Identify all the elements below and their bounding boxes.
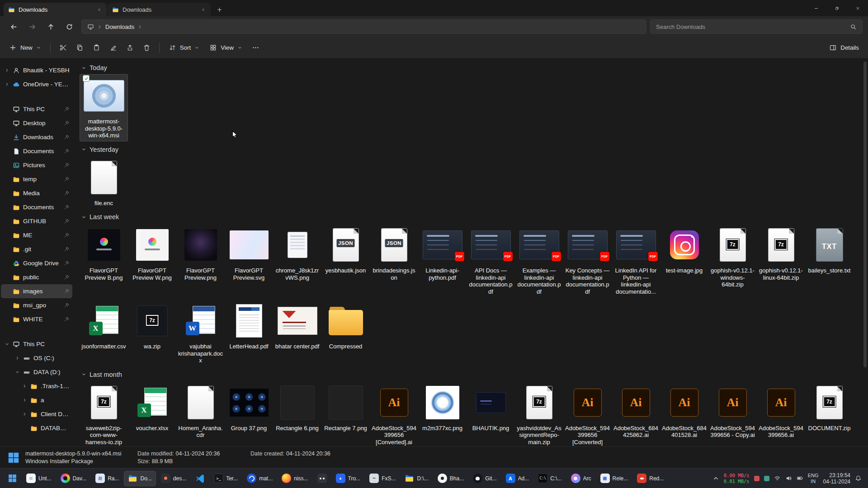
sidebar-item-git[interactable]: .git xyxy=(1,242,72,256)
taskbar-app-rele[interactable]: Rele... xyxy=(596,471,632,486)
file-tile[interactable]: Compressed xyxy=(321,299,370,352)
explorer-tab[interactable]: Downloads xyxy=(108,3,211,16)
taskbar-app-des[interactable]: des... xyxy=(157,471,190,486)
sidebar-item-database[interactable]: DATABASE xyxy=(1,421,72,435)
sidebar-item-client-data[interactable]: Client DATA xyxy=(1,407,72,421)
view-button[interactable]: View xyxy=(205,40,247,56)
sidebar-item-documents[interactable]: Documents xyxy=(1,144,72,158)
sidebar-item-data-d[interactable]: DATA (D:) xyxy=(1,365,72,379)
file-tile[interactable]: Rectangle 7.png xyxy=(321,381,370,434)
file-tile[interactable]: BHAUTIK.png xyxy=(467,381,515,434)
file-tile[interactable]: AiAdobeStock_594399656 [Converted] copy.… xyxy=(563,381,612,447)
battery-icon[interactable] xyxy=(797,475,803,482)
taskbar-app-unt[interactable]: Unt... xyxy=(22,471,56,486)
sidebar-item-google-drive[interactable]: Google Drive xyxy=(1,256,72,270)
file-tile[interactable]: test-image.jpg xyxy=(660,223,708,277)
more-options-button[interactable] xyxy=(248,40,264,56)
refresh-button[interactable] xyxy=(61,19,78,34)
language-indicator[interactable]: ENG IN xyxy=(808,473,819,484)
sidebar-item-this-pc[interactable]: This PC xyxy=(1,337,72,351)
file-tile[interactable]: Homem_Aranha.cdr xyxy=(176,381,225,441)
taskbar-app-dav[interactable]: Dav... xyxy=(57,471,90,486)
chevron-right-icon[interactable] xyxy=(5,82,9,87)
sidebar-item-trash-1000[interactable]: .Trash-1000 xyxy=(1,379,72,393)
network-speed-monitor[interactable]: 0.00 MB/s 0.01 MB/s xyxy=(724,473,750,484)
volume-icon[interactable] xyxy=(785,475,792,482)
taskbar-app-niss[interactable]: niss... xyxy=(278,471,312,486)
start-button[interactable] xyxy=(4,471,21,486)
file-tile[interactable]: 7zgophish-v0.12.1-linux-64bit.zip xyxy=(757,223,805,283)
sidebar-item-media[interactable]: Media xyxy=(1,186,72,200)
taskbar-app-d[interactable]: D:\... xyxy=(401,471,432,486)
clock[interactable]: 23:19:54 04-11-2024 xyxy=(823,472,851,485)
group-header[interactable]: Today xyxy=(80,61,860,74)
file-tile[interactable]: Wvajubhai krishanapark.docx xyxy=(176,299,225,366)
cut-button[interactable] xyxy=(55,40,71,56)
file-tile[interactable]: 7zgophish-v0.12.1-windows-64bit.zip xyxy=(708,223,757,291)
file-tile[interactable]: 7zyashvidotdev_AssignmentRepo-main.zip xyxy=(515,381,563,447)
taskbar-app-do[interactable]: Do... xyxy=(124,471,156,486)
file-tile[interactable]: m2m377xc.png xyxy=(418,381,467,434)
file-tile[interactable]: chrome_J8sk1zrvWS.png xyxy=(273,223,321,283)
taskbar-app-bha[interactable]: Bha... xyxy=(434,471,468,486)
rename-button[interactable] xyxy=(105,40,121,56)
group-header[interactable]: Yesterday xyxy=(80,143,860,156)
address-bar[interactable]: Downloads xyxy=(81,19,646,34)
file-tile[interactable]: PDFLinkedIn API for Python — linkedin-ap… xyxy=(612,223,660,297)
tray-app-icon[interactable] xyxy=(754,476,760,481)
scrollbar-thumb[interactable] xyxy=(863,61,867,367)
file-tile[interactable]: PDFKey Concepts — linkedin-api documenta… xyxy=(563,223,612,297)
chevron-right-icon[interactable] xyxy=(15,356,20,361)
file-tile[interactable]: TXTbaileys_store.txt xyxy=(805,223,854,277)
file-tile[interactable]: bhatar center.pdf xyxy=(273,299,321,352)
file-tile[interactable]: AiAdobeStock_594399656 - Copy.ai xyxy=(708,381,757,441)
sidebar-item-this-pc[interactable]: This PC xyxy=(1,102,72,116)
taskbar-app-discord[interactable] xyxy=(313,471,331,486)
sidebar-item-images[interactable]: images xyxy=(1,284,72,298)
forward-button[interactable] xyxy=(24,19,41,34)
sidebar-item-os-c[interactable]: OS (C:) xyxy=(1,351,72,365)
file-tile[interactable]: Group 37.png xyxy=(225,381,273,434)
file-tile[interactable]: FlavorGPT Preview.svg xyxy=(225,223,273,283)
taskbar-app-tro[interactable]: Tro... xyxy=(332,471,365,486)
file-tile[interactable]: PDFExamples — linkedin-api documentation… xyxy=(515,223,563,297)
breadcrumb-downloads[interactable]: Downloads xyxy=(105,23,134,30)
file-tile[interactable]: JSONbrindadesings.json xyxy=(370,223,418,283)
up-button[interactable] xyxy=(42,19,59,34)
file-tile[interactable]: PDFAPI Docs — linkedin-api documentation… xyxy=(467,223,515,297)
taskbar-app-red[interactable]: Red... xyxy=(633,471,668,486)
file-tile[interactable]: Xjsonformatter.csv xyxy=(80,299,128,352)
sidebar-item-pictures[interactable]: Pictures xyxy=(1,158,72,172)
taskbar-app-mat[interactable]: mat... xyxy=(243,471,277,486)
taskbar-app-git[interactable]: Git... xyxy=(469,471,500,486)
delete-button[interactable] xyxy=(139,40,155,56)
file-tile[interactable]: AiAdobeStock_684401528.ai xyxy=(660,381,708,441)
sidebar-item-me[interactable]: ME xyxy=(1,228,72,242)
file-tile[interactable]: LetterHead.pdf xyxy=(225,299,273,352)
copy-button[interactable] xyxy=(72,40,88,56)
details-button[interactable]: Details xyxy=(825,40,863,56)
file-tile[interactable]: 7zsaveweb2zip-com-www-harness-io.zip xyxy=(80,381,128,447)
taskbar-app-ra[interactable]: Ra... xyxy=(91,471,123,486)
chevron-right-icon[interactable] xyxy=(22,398,27,403)
minimize-button[interactable] xyxy=(806,0,826,16)
group-header[interactable]: Last month xyxy=(80,368,860,381)
vertical-scrollbar[interactable] xyxy=(863,61,867,444)
file-tile[interactable]: 7zwa.zip xyxy=(128,299,176,352)
hidden-icons-chevron-icon[interactable] xyxy=(712,475,719,482)
new-tab-button[interactable] xyxy=(212,3,226,16)
share-button[interactable] xyxy=(122,40,138,56)
chevron-right-icon[interactable] xyxy=(22,384,27,389)
sidebar-item-downloads[interactable]: Downloads xyxy=(1,130,72,144)
taskbar-app-fxs[interactable]: FxS... xyxy=(365,471,400,486)
sidebar-item-white[interactable]: WHITE xyxy=(1,312,72,326)
file-tile[interactable]: JSONyesbhautik.json xyxy=(321,223,370,277)
sidebar-item-a[interactable]: a xyxy=(1,393,72,407)
sidebar-item-github[interactable]: GITHUB xyxy=(1,214,72,228)
sidebar-item-msi-gpo[interactable]: msi_gpo xyxy=(1,298,72,312)
sidebar-item-documents[interactable]: Documents xyxy=(1,200,72,214)
file-tile[interactable]: 7zDOCUMENT.zip xyxy=(805,381,854,434)
explorer-tab[interactable]: Downloads xyxy=(4,3,107,16)
file-tile[interactable]: file.enc xyxy=(80,156,128,209)
file-tile[interactable]: AiAdobeStock_684425862.ai xyxy=(612,381,660,441)
